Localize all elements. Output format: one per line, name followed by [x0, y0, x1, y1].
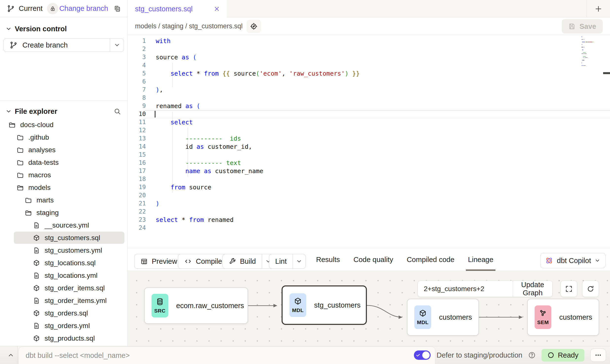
create-branch-dropdown[interactable] [110, 39, 124, 51]
change-branch-link[interactable]: Change branch [59, 4, 108, 13]
file-row-stg_customers.yml[interactable]: stg_customers.yml [0, 244, 127, 257]
code-line-17[interactable]: 17 name as customer_name [128, 167, 610, 175]
code-editor[interactable]: 1with23source as (45 select * from {{ so… [128, 35, 610, 248]
compile-button[interactable]: Compile [178, 254, 228, 269]
search-icon[interactable] [114, 108, 121, 115]
folder-row-models[interactable]: models [0, 181, 127, 194]
preview-button-main[interactable]: Preview [135, 254, 183, 268]
code-line-14[interactable]: 14 id as customer_id, [128, 143, 610, 151]
folder-row-marts[interactable]: marts [0, 194, 127, 206]
code-line-18[interactable]: 18 [128, 175, 610, 183]
code-line-12[interactable]: 12 [128, 126, 610, 134]
dbt-copilot-button[interactable]: dbt Copilot [540, 253, 606, 268]
folder-row-.github[interactable]: .github [0, 131, 127, 144]
create-branch-main[interactable]: Create branch [4, 39, 110, 51]
tab-label: stg_customers.sql [135, 5, 193, 13]
code-line-3[interactable]: 3source as ( [128, 53, 610, 61]
file-row-stg_products.sql[interactable]: stg_products.sql [0, 332, 127, 345]
tab-stg-customers-sql[interactable]: stg_customers.sql [128, 0, 227, 18]
save-button[interactable]: Save [562, 19, 603, 33]
lineage-compass-button[interactable] [247, 20, 261, 33]
more-options-button[interactable] [590, 348, 606, 362]
line-number: 8 [128, 94, 146, 102]
file-row-stg_order_items.sql[interactable]: stg_order_items.sql [0, 282, 127, 294]
file-row-stg_customers.sql[interactable]: stg_customers.sql [0, 232, 127, 244]
code-line-15[interactable]: 15 [128, 151, 610, 159]
command-input[interactable] [18, 347, 435, 364]
command-bar-expand-button[interactable] [5, 346, 17, 364]
code-line-22[interactable]: 22 [128, 208, 610, 216]
lineage-node-stg_customers[interactable]: MDLstg_customers [282, 285, 367, 325]
line-content: with [146, 37, 610, 45]
file-row-stg_orders.sql[interactable]: stg_orders.sql [0, 307, 127, 319]
code-line-1[interactable]: 1with [128, 37, 610, 45]
lineage-refresh-button[interactable] [582, 281, 599, 297]
lineage-node-customers[interactable]: SEMcustomers [527, 299, 599, 336]
code-line-24[interactable]: 24 [128, 224, 610, 232]
ready-status-badge[interactable]: Ready [542, 349, 584, 362]
help-icon[interactable] [528, 351, 536, 359]
save-icon [568, 23, 576, 30]
panel-resize-handle[interactable] [603, 72, 610, 74]
preview-button[interactable]: Preview [134, 254, 183, 269]
lineage-node-customers[interactable]: MDLcustomers [407, 299, 479, 336]
update-graph-button[interactable]: Update Graph [513, 281, 552, 297]
tab-code-quality[interactable]: Code quality [354, 248, 393, 271]
copilot-logo-icon [545, 256, 553, 265]
lineage-node-ecom.raw_customers[interactable]: SRCecom.raw_customers [144, 287, 248, 324]
code-line-21[interactable]: 21) [128, 199, 610, 208]
file-name: stg_locations.sql [45, 259, 96, 267]
copilot-label: dbt Copilot [557, 257, 591, 265]
tab-label: Lineage [468, 256, 493, 264]
lint-button[interactable]: Lint [269, 254, 306, 269]
file-explorer-header[interactable]: File explorer [0, 105, 127, 117]
close-icon[interactable] [213, 5, 220, 12]
tab-lineage[interactable]: Lineage [468, 248, 493, 271]
version-control-header[interactable]: Version control [0, 23, 127, 35]
code-line-20[interactable]: 20 [128, 191, 610, 199]
code-line-2[interactable]: 2 [128, 45, 610, 53]
file-row-__sources.yml[interactable]: __sources.yml [0, 219, 127, 232]
code-line-13[interactable]: 13 ---------- ids [128, 134, 610, 143]
folder-row-macros[interactable]: macros [0, 169, 127, 181]
lint-button-main[interactable]: Lint [269, 254, 293, 268]
code-line-5[interactable]: 5 select * from {{ source('ecom', 'raw_c… [128, 69, 610, 78]
create-branch-button[interactable]: Create branch [3, 38, 124, 52]
code-line-9[interactable]: 9renamed as ( [128, 102, 610, 110]
code-line-16[interactable]: 16 ---------- text [128, 159, 610, 167]
defer-label: Defer to staging/production [437, 351, 522, 359]
lineage-selector-input[interactable] [418, 281, 513, 297]
line-content: ---------- text [146, 159, 610, 167]
code-line-4[interactable]: 4 [128, 61, 610, 69]
file-row-stg_locations.yml[interactable]: stg_locations.yml [0, 269, 127, 282]
defer-toggle[interactable] [414, 350, 431, 360]
tab-compiled-code[interactable]: Compiled code [407, 248, 454, 271]
build-button[interactable]: Build [222, 254, 275, 269]
compile-button-main[interactable]: Compile [178, 254, 228, 268]
code-line-19[interactable]: 19 from source [128, 183, 610, 191]
folder-row-docs-cloud[interactable]: docs-cloud [0, 118, 127, 131]
copy-icon[interactable] [114, 5, 121, 12]
build-button-main[interactable]: Build [223, 254, 262, 268]
folder-row-data-tests[interactable]: data-tests [0, 156, 127, 169]
code-line-8[interactable]: 8 [128, 94, 610, 102]
folder-row-staging[interactable]: staging [0, 206, 127, 219]
lint-dropdown[interactable] [293, 254, 305, 268]
tab-results[interactable]: Results [316, 248, 340, 271]
code-lines: 1with23source as (45 select * from {{ so… [128, 35, 610, 232]
file-row-stg_orders.yml[interactable]: stg_orders.yml [0, 319, 127, 332]
lineage-fullscreen-button[interactable] [560, 281, 577, 297]
new-tab-button[interactable] [587, 0, 610, 17]
file-row-stg_locations.sql[interactable]: stg_locations.sql [0, 257, 127, 269]
code-line-10[interactable]: 10 [128, 110, 610, 118]
code-line-7[interactable]: 7), [128, 86, 610, 94]
code-line-6[interactable]: 6 [128, 78, 610, 86]
code-line-11[interactable]: 11 select [128, 118, 610, 126]
lineage-panel[interactable]: SRCecom.raw_customersMDLstg_customersMDL… [128, 271, 610, 346]
code-line-23[interactable]: 23select * from renamed [128, 216, 610, 224]
file-name: stg_orders.sql [45, 309, 88, 317]
editor-minimap[interactable] [581, 36, 595, 68]
folder-row-analyses[interactable]: analyses [0, 144, 127, 156]
database-icon [156, 298, 164, 306]
file-row-stg_order_items.yml[interactable]: stg_order_items.yml [0, 294, 127, 307]
